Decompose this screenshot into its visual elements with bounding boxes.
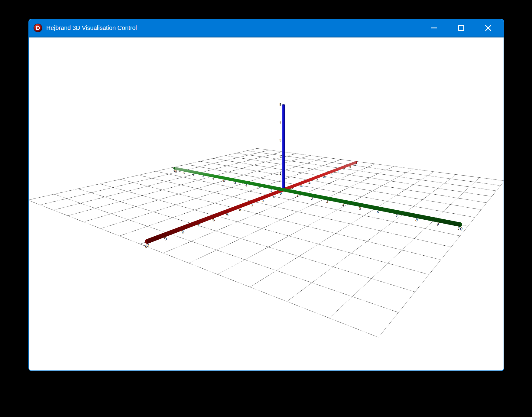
- close-icon: [485, 24, 492, 32]
- window-title: Rejbrand 3D Visualisation Control: [46, 24, 420, 31]
- desktop-background: { "window": { "title": "Rejbrand 3D Visu…: [0, 0, 532, 417]
- svg-text:1: 1: [280, 172, 281, 175]
- x-axis-bar: [145, 161, 357, 244]
- maximize-button[interactable]: [447, 19, 475, 37]
- x-axis-tick-labels: -10-9-8-7-6-5-4-3-2-112345678910: [143, 163, 358, 249]
- 3d-viewport[interactable]: -10-9-8-7-6-5-4-3-2-112345678910-10-9-8-…: [29, 37, 504, 370]
- svg-text:5: 5: [280, 103, 281, 106]
- svg-text:4: 4: [280, 121, 281, 124]
- svg-text:3: 3: [280, 138, 281, 142]
- z-axis-tick-labels: 12345: [280, 103, 281, 175]
- y-axis-tick-labels: -10-9-8-7-6-5-4-3-2-112345678910: [173, 169, 463, 231]
- svg-text:2: 2: [280, 155, 281, 159]
- app-window: D Rejbrand 3D Visualisation Control -10-…: [28, 19, 504, 371]
- title-bar[interactable]: D Rejbrand 3D Visualisation Control: [29, 19, 504, 37]
- maximize-icon: [458, 25, 464, 31]
- minimize-button[interactable]: [420, 19, 447, 37]
- z-axis-bar: [282, 104, 285, 190]
- close-button[interactable]: [475, 19, 502, 37]
- app-logo-icon[interactable]: D: [34, 24, 42, 32]
- window-controls: [420, 19, 502, 37]
- ground-grid: [29, 148, 504, 337]
- minimize-icon: [431, 27, 437, 28]
- client-area: -10-9-8-7-6-5-4-3-2-112345678910-10-9-8-…: [29, 37, 504, 370]
